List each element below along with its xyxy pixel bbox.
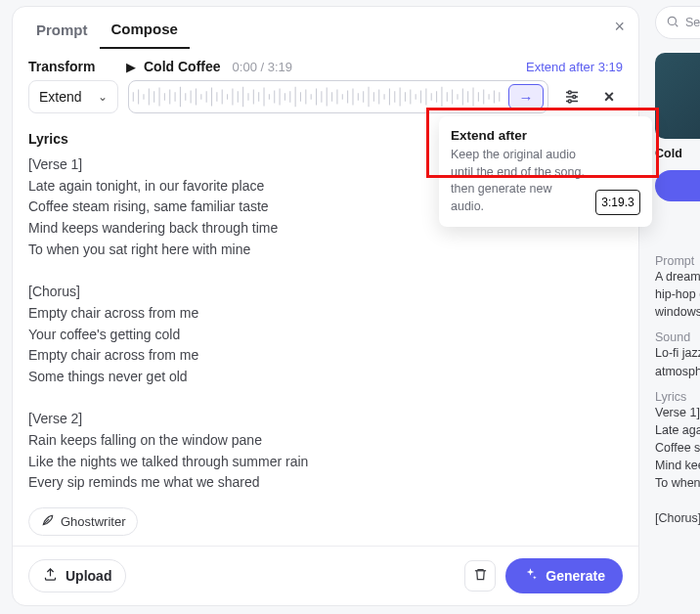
track-title: Cold Coffee xyxy=(144,59,221,74)
waveform-icon xyxy=(129,81,547,112)
transform-label: Transform xyxy=(28,59,118,74)
trash-icon xyxy=(473,567,488,585)
sidebar-track-title: Cold xyxy=(655,147,700,160)
popover-description: Keep the original audio until the end of… xyxy=(451,147,588,215)
ghostwriter-label: Ghostwriter xyxy=(61,514,125,529)
svg-line-79 xyxy=(676,23,678,26)
upload-icon xyxy=(43,567,58,585)
right-sidebar: Sear Cold Pu Remix ⌄ Prompt A dreamy lo-… xyxy=(655,6,700,606)
chevron-down-icon: ⌄ xyxy=(98,90,108,104)
generate-button[interactable]: Generate xyxy=(505,558,623,593)
track-time: 0:00 / 3:19 xyxy=(233,60,292,74)
play-icon[interactable]: ▶ xyxy=(126,60,136,74)
remix-button[interactable]: Remix ⌄ xyxy=(655,211,700,239)
transform-mode-value: Extend xyxy=(39,89,82,105)
arrow-right-icon: → xyxy=(519,89,534,106)
tab-compose[interactable]: Compose xyxy=(100,11,190,49)
extend-time-input[interactable] xyxy=(595,190,640,215)
extend-after-popover: Extend after Keep the original audio unt… xyxy=(439,116,652,227)
waveform-track[interactable]: → xyxy=(128,80,548,113)
upload-button[interactable]: Upload xyxy=(28,559,126,592)
sidebar-primary-button[interactable]: Pu xyxy=(655,170,700,201)
svg-point-76 xyxy=(568,100,571,103)
sidebar-sound-label: Sound xyxy=(655,330,700,344)
transform-section: Transform ▶ Cold Coffee 0:00 / 3:19 Exte… xyxy=(13,49,638,117)
tab-prompt[interactable]: Prompt xyxy=(24,12,100,48)
clear-icon[interactable]: × xyxy=(595,83,623,110)
search-icon xyxy=(666,15,679,31)
close-icon[interactable]: × xyxy=(614,17,625,37)
svg-point-74 xyxy=(568,91,571,94)
feather-icon xyxy=(41,513,55,530)
sidebar-lyrics-label: Lyrics xyxy=(655,390,700,404)
footer-bar: Upload Generate xyxy=(13,546,638,605)
svg-point-75 xyxy=(573,96,576,99)
settings-icon[interactable] xyxy=(558,83,586,110)
upload-label: Upload xyxy=(66,568,111,584)
search-input[interactable]: Sear xyxy=(655,6,700,39)
popover-title: Extend after xyxy=(451,128,640,143)
sidebar-lyrics-text: Verse 1] Late again tonigh place Coffee … xyxy=(655,404,700,528)
extend-after-link[interactable]: Extend after 3:19 xyxy=(526,60,623,74)
sparkle-icon xyxy=(523,567,538,585)
compose-panel: Prompt Compose × Transform ▶ Cold Coffee… xyxy=(12,6,639,606)
search-placeholder: Sear xyxy=(685,16,700,29)
ghostwriter-button[interactable]: Ghostwriter xyxy=(28,507,138,536)
extend-handle[interactable]: → xyxy=(508,84,544,110)
delete-button[interactable] xyxy=(464,560,496,592)
tabs-row: Prompt Compose × xyxy=(13,7,638,49)
sidebar-sound-text: Lo-fi jazz, mellow downtempo hip-h atmos… xyxy=(655,344,700,379)
sidebar-prompt-text: A dreamy lo-fi jaz piano, mellow sa hip-… xyxy=(655,268,700,321)
track-cover[interactable] xyxy=(655,53,700,139)
sidebar-prompt-label: Prompt xyxy=(655,254,700,268)
generate-label: Generate xyxy=(546,568,605,584)
svg-point-78 xyxy=(668,17,676,24)
transform-mode-select[interactable]: Extend ⌄ xyxy=(28,80,118,113)
